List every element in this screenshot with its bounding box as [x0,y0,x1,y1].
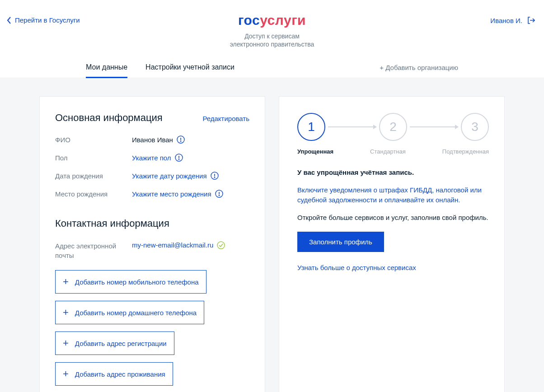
add-residence-address-button[interactable]: + Добавить адрес проживания [55,362,173,386]
pob-value-link[interactable]: Укажите место рождения [132,190,211,198]
add-mobile-phone-button[interactable]: + Добавить номер мобильного телефона [55,270,206,294]
fio-label: ФИО [55,136,132,144]
check-ok-icon [217,241,225,249]
fio-value: Иванов Иван [132,136,173,144]
svg-point-11 [219,195,220,196]
pob-label: Место рождения [55,190,132,198]
add-registration-address-button[interactable]: + Добавить адрес регистрации [55,331,174,355]
step-3-circle: 3 [461,113,489,141]
logo-subtitle-2: электронного правительства [0,41,544,48]
warning-icon [177,135,185,144]
user-name: Иванов И. [490,17,522,24]
gender-value-link[interactable]: Укажите пол [132,154,171,162]
step-arrow-icon [410,126,458,127]
learn-more-link[interactable]: Узнать больше о доступных сервисах [297,263,489,273]
step-2-circle: 2 [379,113,407,141]
back-to-gosuslugi-link[interactable]: Перейти в Госуслуги [7,16,80,24]
account-level-steps: 1 2 3 [297,113,489,141]
account-level-card: 1 2 3 Упрощенная Стандартная Подтвержден… [279,96,505,392]
tab-my-data[interactable]: Мои данные [86,63,127,78]
add-reg-label: Добавить адрес регистрации [75,340,167,347]
plus-icon: + [63,369,69,379]
personal-info-card: Основная информация Редактировать ФИО Ив… [39,96,265,392]
plus-icon: + [63,338,69,348]
gender-label: Пол [55,154,132,162]
svg-point-8 [214,177,215,178]
add-home-label: Добавить номер домашнего телефона [75,309,197,317]
add-mobile-label: Добавить номер мобильного телефона [75,278,199,286]
add-organization-link[interactable]: + Добавить организацию [380,64,458,78]
back-label: Перейти в Госуслуги [15,16,80,24]
plus-icon: + [63,277,69,287]
edit-basic-info-link[interactable]: Редактировать [202,115,249,122]
enable-notifications-link[interactable]: Включите уведомления о штрафах ГИБДД, на… [297,185,489,205]
email-label: Адрес электронной почты [55,241,132,260]
user-menu[interactable]: Иванов И. [490,16,535,24]
warning-icon [175,154,183,162]
step-1-circle: 1 [297,113,325,141]
step-3-label: Подтвержденная [442,148,489,155]
contact-info-title: Контактная информация [55,218,249,229]
step-1-label: Упрощенная [297,148,333,155]
gosuslugi-logo: госуслуги [238,13,306,28]
svg-point-2 [180,141,181,142]
step-2-label: Стандартная [370,148,406,155]
plus-icon: + [63,308,69,317]
step-arrow-icon [328,126,376,127]
fill-profile-button[interactable]: Заполнить профиль [297,232,384,252]
add-live-label: Добавить адрес проживания [75,370,165,378]
logo-subtitle-1: Доступ к сервисам [0,33,544,40]
warning-icon [215,190,223,198]
logout-icon [527,16,535,24]
email-value-link[interactable]: my-new-email@lackmail.ru [132,241,213,249]
dob-value-link[interactable]: Укажите дату рождения [132,172,207,180]
chevron-left-icon [7,17,11,24]
add-home-phone-button[interactable]: + Добавить номер домашнего телефона [55,301,204,324]
open-more-services-text: Откройте больше сервисов и услуг, заполн… [297,213,489,223]
svg-point-12 [217,242,225,249]
svg-point-5 [178,159,179,160]
logo-part2: услуги [260,13,306,28]
tab-account-settings[interactable]: Настройки учетной записи [145,63,234,78]
dob-label: Дата рождения [55,172,132,180]
basic-info-title: Основная информация [55,112,163,124]
account-status-text: У вас упрощённая учётная запись. [297,168,489,178]
logo-part1: гос [238,13,260,28]
warning-icon [211,172,219,180]
